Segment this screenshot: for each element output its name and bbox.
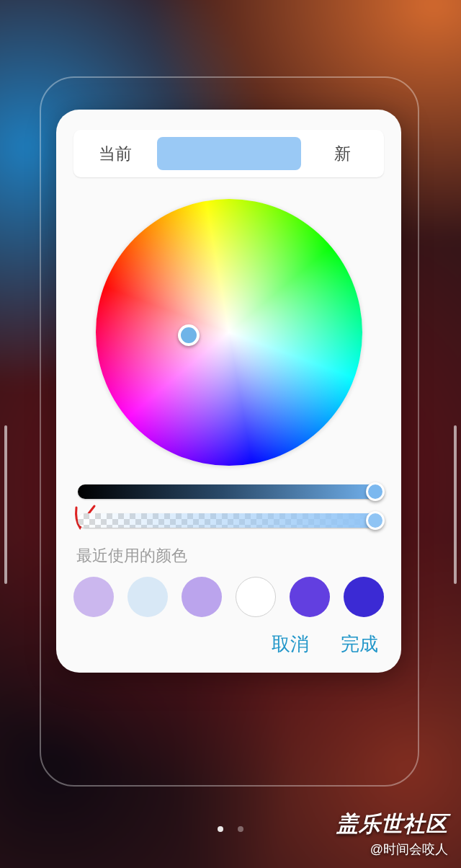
page-dot-1[interactable] [218, 826, 223, 832]
gesture-bar-right[interactable] [454, 425, 457, 584]
recent-color-5[interactable] [290, 577, 330, 617]
brightness-thumb[interactable] [366, 482, 385, 501]
opacity-slider[interactable] [78, 513, 380, 528]
watermark-community: 盖乐世社区 [336, 810, 448, 839]
new-color-label: 新 [301, 143, 385, 165]
color-preview-row: 当前 新 [73, 130, 384, 177]
brightness-slider[interactable] [78, 484, 380, 499]
wheel-cursor[interactable] [178, 324, 200, 346]
new-color-swatch [229, 137, 301, 170]
opacity-thumb[interactable] [366, 511, 385, 530]
watermark-user: @时间会咬人 [336, 841, 448, 858]
gesture-bar-left[interactable] [4, 425, 7, 584]
color-preview-swatches [157, 137, 301, 170]
current-color-swatch [157, 137, 229, 170]
page-dot-2[interactable] [238, 826, 243, 832]
color-wheel[interactable] [96, 199, 362, 466]
recent-color-6[interactable] [344, 577, 384, 617]
page-indicator [218, 826, 243, 832]
watermark: 盖乐世社区 @时间会咬人 [336, 810, 448, 858]
done-button[interactable]: 完成 [341, 632, 378, 657]
color-picker-dialog: 当前 新 最近使用的颜色 取消 完成 [56, 110, 401, 673]
current-color-label: 当前 [73, 143, 157, 165]
recent-colors-label: 最近使用的颜色 [76, 545, 384, 567]
cancel-button[interactable]: 取消 [272, 632, 309, 657]
dialog-buttons: 取消 完成 [73, 632, 384, 657]
recent-color-3[interactable] [182, 577, 222, 617]
recent-colors-row [73, 577, 384, 617]
recent-color-1[interactable] [73, 577, 114, 617]
recent-color-2[interactable] [127, 577, 168, 617]
recent-color-4[interactable] [236, 577, 276, 617]
